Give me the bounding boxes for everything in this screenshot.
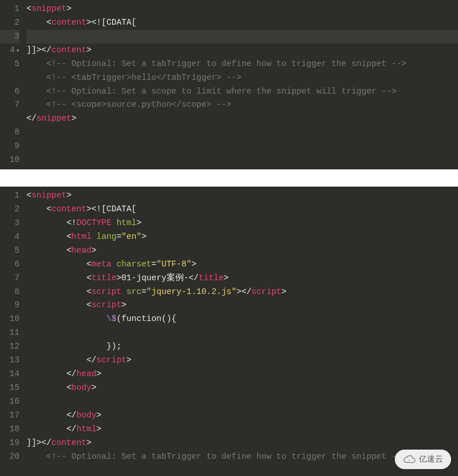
line-number: 4 <box>0 44 20 57</box>
code-line[interactable] <box>26 395 458 409</box>
code-line[interactable]: <content><![CDATA[ <box>26 203 458 216</box>
line-number: 14 <box>0 367 20 381</box>
code-line[interactable]: <meta charset="UTF-8"> <box>26 258 458 272</box>
code-line[interactable]: <head> <box>26 244 458 258</box>
cloud-icon: ∞ <box>403 453 415 466</box>
line-number: 6 <box>0 258 20 272</box>
line-number: 7 <box>0 272 20 285</box>
code-line[interactable]: ]]></content> <box>26 44 458 57</box>
code-line[interactable]: <!-- Optional: Set a tabTrigger to defin… <box>26 450 458 464</box>
code-line[interactable] <box>26 30 458 44</box>
line-number-gutter: 1234567891011121314151617181920 <box>0 189 23 476</box>
line-number: 13 <box>0 354 20 367</box>
code-line[interactable]: <script src="jquery-1.10.2.js"></script> <box>26 285 458 299</box>
line-number: 9 <box>0 140 20 153</box>
code-line[interactable]: <snippet> <box>26 2 458 16</box>
line-number: 11 <box>0 326 20 340</box>
code-line[interactable]: <!-- Optional: Set a scope to limit wher… <box>26 85 458 99</box>
code-line[interactable]: </body> <box>26 409 458 423</box>
line-number-continuation <box>0 464 20 477</box>
code-line[interactable]: </head> <box>26 367 458 381</box>
line-number: 10 <box>0 153 20 167</box>
line-number: 2 <box>0 16 20 30</box>
line-number: 20 <box>0 450 20 464</box>
line-number: 5 <box>0 244 20 258</box>
code-line[interactable]: \$(function(){ <box>26 312 458 326</box>
code-line[interactable]: <!-- <tabTrigger>hello</tabTrigger> --> <box>26 71 458 85</box>
line-number: 8 <box>0 285 20 299</box>
code-line[interactable]: }); <box>26 340 458 354</box>
code-line[interactable]: <html lang="en"> <box>26 230 458 244</box>
code-editor[interactable]: 1234567891011121314151617181920 <snippet… <box>0 187 458 476</box>
code-editor[interactable]: 12345 67 8910<snippet> <content><![CDATA… <box>0 0 458 169</box>
code-line[interactable]: <!-- <scope>source.python</scope> --> <box>26 98 458 112</box>
line-number: 3 <box>0 216 20 230</box>
code-line[interactable]: </html> <box>26 423 458 436</box>
svg-text:∞: ∞ <box>408 458 410 462</box>
code-line[interactable]: <title>01-jquery案例-</title> <box>26 272 458 285</box>
line-number: 12 <box>0 340 20 354</box>
watermark-badge: ∞ 亿速云 <box>395 450 451 469</box>
line-number-continuation <box>0 112 20 126</box>
line-number: 3 <box>0 30 20 44</box>
code-line[interactable]: </snippet> <box>26 112 458 126</box>
line-number: 5 <box>0 57 20 71</box>
code-area[interactable]: <snippet> <content><![CDATA[ <!DOCTYPE h… <box>23 189 458 476</box>
code-line[interactable] <box>26 326 458 340</box>
code-line[interactable]: <content><![CDATA[ <box>26 16 458 30</box>
line-number: 17 <box>0 409 20 423</box>
line-number: 10 <box>0 312 20 326</box>
line-number-gutter: 12345 67 8910 <box>0 2 23 167</box>
line-number: 9 <box>0 299 20 312</box>
line-number: 1 <box>0 2 20 16</box>
code-line[interactable]: <!DOCTYPE html> <box>26 216 458 230</box>
code-line[interactable]: <snippet> <box>26 189 458 203</box>
watermark-text: 亿速云 <box>419 454 443 465</box>
line-number: 19 <box>0 436 20 450</box>
line-number: 8 <box>0 126 20 140</box>
line-number-continuation <box>0 71 20 85</box>
line-number: 7 <box>0 98 20 112</box>
line-number: 16 <box>0 395 20 409</box>
line-number: 18 <box>0 423 20 436</box>
line-number: 6 <box>0 85 20 99</box>
code-line[interactable] <box>26 126 458 140</box>
line-number: 15 <box>0 381 20 395</box>
code-area[interactable]: <snippet> <content><![CDATA[]]></content… <box>23 2 458 167</box>
line-number: 1 <box>0 189 20 203</box>
line-number: 4 <box>0 230 20 244</box>
code-line[interactable]: <script> <box>26 299 458 312</box>
code-line[interactable]: ]]></content> <box>26 436 458 450</box>
line-number: 2 <box>0 203 20 216</box>
code-line[interactable]: </script> <box>26 354 458 367</box>
code-line[interactable]: <!-- Optional: Set a tabTrigger to defin… <box>26 57 458 71</box>
code-line[interactable]: <body> <box>26 381 458 395</box>
